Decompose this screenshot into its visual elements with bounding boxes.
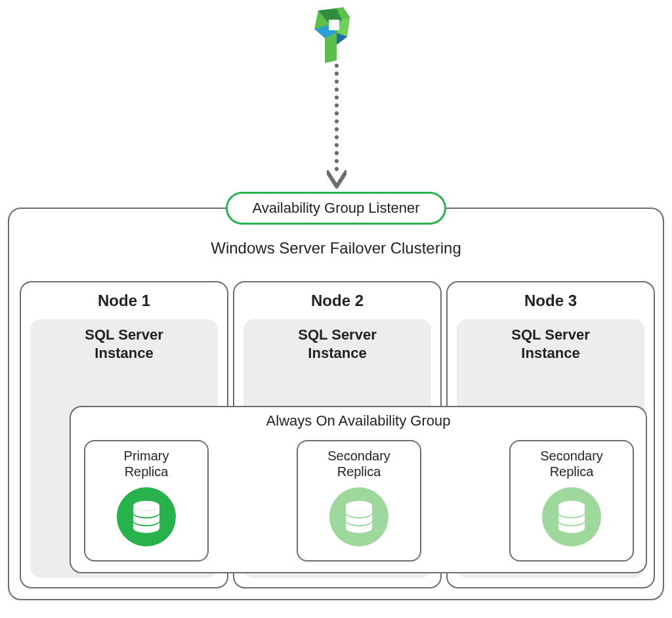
replica-card-secondary: Secondary Replica xyxy=(509,440,634,562)
svg-point-7 xyxy=(558,501,585,511)
availability-group-listener-pill: Availability Group Listener xyxy=(226,192,446,225)
replica-card-secondary: Secondary Replica xyxy=(297,440,421,562)
node-title: Node 2 xyxy=(234,292,440,310)
cluster-title: Windows Server Failover Clustering xyxy=(9,239,663,257)
listener-label: Availability Group Listener xyxy=(252,200,419,217)
product-logo xyxy=(305,5,358,64)
replica-label: Secondary Replica xyxy=(540,448,603,479)
aoag-title: Always On Availability Group xyxy=(71,412,646,430)
replica-card-primary: Primary Replica xyxy=(84,440,209,562)
instance-title: SQL Server Instance xyxy=(30,326,218,362)
instance-title: SQL Server Instance xyxy=(243,326,431,362)
failover-cluster-box: Windows Server Failover Clustering Node … xyxy=(8,208,664,600)
database-icon xyxy=(117,487,176,546)
node-title: Node 3 xyxy=(448,292,654,310)
aoag-box: Always On Availability Group Primary Rep… xyxy=(70,406,647,573)
replica-label: Primary Replica xyxy=(124,448,169,479)
database-icon xyxy=(329,487,388,546)
database-icon xyxy=(542,487,601,546)
node-title: Node 1 xyxy=(21,292,227,310)
replica-label: Secondary Replica xyxy=(327,448,390,479)
svg-point-3 xyxy=(133,501,159,511)
svg-rect-0 xyxy=(329,20,339,30)
dotted-arrow-down-icon xyxy=(327,62,346,193)
instance-title: SQL Server Instance xyxy=(457,326,644,362)
diagram-canvas: Availability Group Listener Windows Serv… xyxy=(0,0,672,618)
svg-point-5 xyxy=(346,501,372,511)
